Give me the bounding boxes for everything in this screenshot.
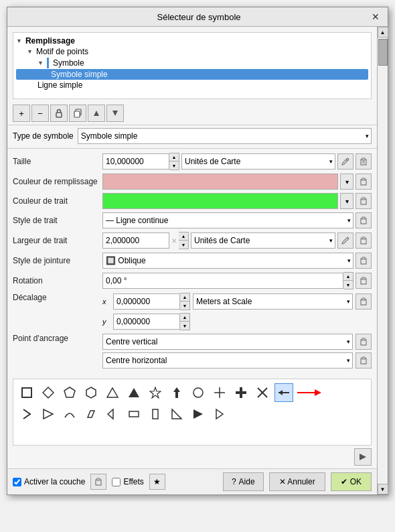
scrollbar[interactable]: ▲ ▼ xyxy=(377,27,388,494)
taille-spin-up[interactable]: ▲ xyxy=(169,153,179,161)
decalage-x-spin-up[interactable]: ▲ xyxy=(180,293,189,302)
ok-button[interactable]: ✔ OK xyxy=(331,472,372,491)
tree-item-motif[interactable]: ▼ Motif de points xyxy=(16,46,368,57)
move-down-button[interactable] xyxy=(106,105,124,122)
symbol-plus-thick[interactable] xyxy=(232,383,250,402)
symbol-right-tri[interactable] xyxy=(167,405,186,423)
tree-item-remplissage[interactable]: ▼ Remplissage xyxy=(16,36,368,46)
taille-label: Taille xyxy=(13,157,100,166)
effects-checkbox[interactable] xyxy=(112,478,121,486)
largeur-pencil-btn[interactable] xyxy=(337,232,353,249)
decalage-unit-select[interactable]: Meters at Scale xyxy=(193,293,353,310)
symbol-circle[interactable] xyxy=(189,383,208,402)
copy-button[interactable] xyxy=(69,105,86,122)
decalage-y-spin-up[interactable]: ▲ xyxy=(180,314,189,322)
scroll-up-btn[interactable]: ▲ xyxy=(378,27,388,38)
symbol-right-chevron[interactable] xyxy=(210,405,229,423)
symbol-tri-right[interactable] xyxy=(39,405,58,423)
symbol-filled-right-tri[interactable] xyxy=(189,405,208,423)
symbol-triangle-fill[interactable] xyxy=(125,383,143,402)
largeur-input[interactable] xyxy=(102,232,169,249)
svg-point-36 xyxy=(193,388,203,397)
activate-layer-checkbox[interactable] xyxy=(13,478,21,486)
point-ancrage-v-paste-btn[interactable] xyxy=(356,334,372,350)
symbol-parallelogram[interactable] xyxy=(82,405,100,423)
largeur-clear[interactable]: ✕ xyxy=(169,237,179,245)
type-select[interactable]: Symbole simple xyxy=(78,128,372,144)
symbol-square[interactable] xyxy=(17,383,36,402)
taille-pencil-btn[interactable] xyxy=(337,153,353,170)
move-up-button[interactable] xyxy=(88,105,105,122)
point-ancrage-h-paste-btn[interactable] xyxy=(356,352,372,369)
couleur-trait-arrow[interactable]: ▾ xyxy=(340,193,353,209)
taille-spin-down[interactable]: ▼ xyxy=(169,161,179,170)
symbol-arrow-up[interactable] xyxy=(167,383,186,402)
rotation-spin-up[interactable]: ▲ xyxy=(343,273,353,281)
rotation-input[interactable] xyxy=(102,273,343,289)
largeur-spin-up[interactable]: ▲ xyxy=(179,232,188,241)
taille-unit-select[interactable]: Unités de Carte xyxy=(181,153,335,170)
tree-item-ligne-simple[interactable]: Ligne simple xyxy=(16,80,368,90)
svg-rect-7 xyxy=(362,158,365,160)
symbol-pentagon[interactable] xyxy=(60,383,79,402)
remove-button[interactable]: − xyxy=(31,105,49,122)
point-ancrage-v-select[interactable]: Centre vertical xyxy=(102,334,353,350)
largeur-paste-btn[interactable] xyxy=(356,232,372,249)
tree-item-symbole-simple[interactable]: Symbole simple xyxy=(16,69,368,80)
rotation-spin-down[interactable]: ▼ xyxy=(343,281,353,289)
symbol-left-arrow-head[interactable] xyxy=(103,405,122,423)
style-jointure-select[interactable]: 🔲 Oblique xyxy=(102,253,353,269)
couleur-trait-paste-btn[interactable] xyxy=(356,193,372,209)
lock-button[interactable] xyxy=(50,105,68,122)
symbol-x[interactable] xyxy=(253,383,272,402)
close-button[interactable]: ✕ xyxy=(370,11,381,22)
cancel-button[interactable]: ✕ Annuler xyxy=(269,472,325,491)
symbol-rect-v[interactable] xyxy=(146,405,165,423)
style-trait-paste-btn[interactable] xyxy=(356,212,372,228)
decalage-y-spin-down[interactable]: ▼ xyxy=(180,322,189,330)
point-ancrage-h-select[interactable]: Centre horizontal xyxy=(102,352,353,369)
couleur-remplissage-arrow[interactable]: ▾ xyxy=(340,174,353,190)
svg-rect-17 xyxy=(362,237,365,239)
couleur-remplissage-swatch[interactable] xyxy=(102,174,338,190)
largeur-spin-down[interactable]: ▼ xyxy=(179,241,188,249)
taille-paste-btn[interactable] xyxy=(356,153,372,170)
tree-item-symbole[interactable]: ▼ Symbole xyxy=(16,57,368,69)
arrow-indicator xyxy=(296,387,323,399)
couleur-trait-swatch[interactable] xyxy=(102,193,338,209)
decalage-y-spin-btns: ▲ ▼ xyxy=(180,313,190,330)
scroll-down-btn[interactable]: ▼ xyxy=(378,484,388,494)
style-jointure-paste-btn[interactable] xyxy=(356,253,372,269)
decalage-paste-btn[interactable] xyxy=(356,293,372,310)
point-ancrage-row: Point d'ancrage Centre vertical ▾ xyxy=(13,334,372,369)
scroll-track[interactable] xyxy=(378,38,388,484)
taille-input[interactable] xyxy=(102,153,169,170)
symbol-triangle-outline[interactable] xyxy=(103,383,122,402)
effects-star-btn[interactable]: ★ xyxy=(149,474,165,490)
decalage-y-input[interactable] xyxy=(113,314,180,330)
activate-layer-paste-btn[interactable] xyxy=(90,474,106,490)
symbol-rect-h[interactable] xyxy=(125,405,143,423)
decalage-x-input[interactable] xyxy=(113,293,180,310)
tree-label-ligne-simple: Ligne simple xyxy=(37,80,82,90)
add-button[interactable]: + xyxy=(13,105,30,122)
pencil-icon xyxy=(341,157,349,165)
rotation-paste-btn[interactable] xyxy=(356,273,372,289)
decalage-x-spin-down[interactable]: ▼ xyxy=(180,302,189,310)
symbol-right-arrow-btn[interactable] xyxy=(354,448,372,466)
symbol-plus-thin[interactable] xyxy=(210,383,229,402)
symbol-diamond[interactable] xyxy=(39,383,58,402)
symbol-star[interactable] xyxy=(146,383,165,402)
style-trait-select[interactable]: — Ligne continue xyxy=(102,212,353,228)
largeur-unit-select[interactable]: Unités de Carte xyxy=(191,232,335,249)
scroll-thumb[interactable] xyxy=(378,39,388,66)
help-button[interactable]: ? Aide xyxy=(223,472,264,491)
couleur-remplissage-paste-btn[interactable] xyxy=(356,174,372,190)
symbol-arc[interactable] xyxy=(60,405,79,423)
symbol-gt[interactable] xyxy=(17,405,36,423)
rotation-label: Rotation xyxy=(13,276,100,285)
taille-spin-btns: ▲ ▼ xyxy=(169,153,179,170)
symbol-arrow-left[interactable] xyxy=(274,383,293,402)
symbol-hexagon[interactable] xyxy=(82,383,100,402)
decalage-x-spin: ▲ ▼ xyxy=(113,293,190,310)
